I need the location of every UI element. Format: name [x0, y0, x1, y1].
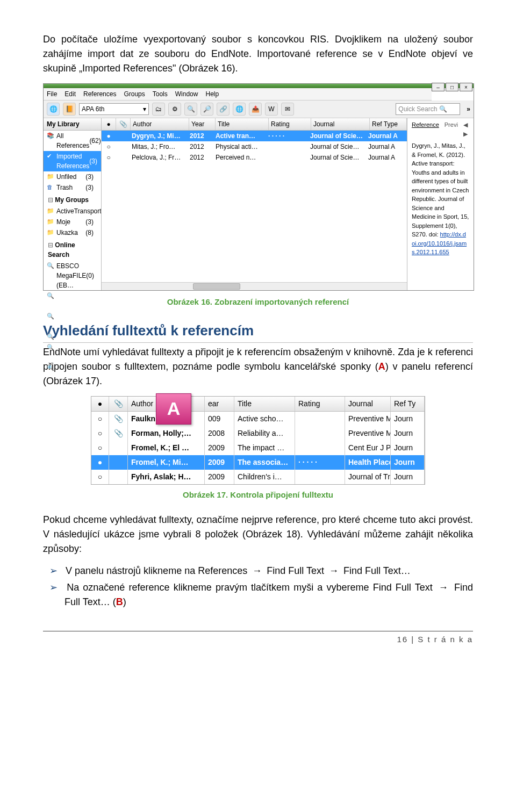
paragraph-3: Pokud chceme vyhledávat fulltexty, označ…	[43, 513, 473, 556]
preview-tab-preview[interactable]: Previ	[445, 120, 458, 138]
callout-a: A	[156, 393, 191, 425]
maximize-icon[interactable]: □	[446, 83, 458, 91]
col2-journal[interactable]: Journal	[345, 397, 391, 411]
menu-help[interactable]: Help	[205, 89, 219, 99]
globe-icon[interactable]: 🌐	[47, 103, 60, 116]
sidebar: My Library 📚All References(62)✔Imported …	[44, 118, 102, 290]
paragraph-2: EndNote umí vyhledávat fulltexty a připo…	[43, 345, 473, 389]
menu-tools[interactable]: Tools	[153, 89, 168, 99]
instruction-list: V panelu nástrojů klikneme na References…	[43, 564, 473, 609]
col2-reftype[interactable]: Ref Ty	[391, 397, 425, 411]
caption-17: Obrázek 17. Kontrola připojení fulltextu	[43, 489, 473, 501]
gear-icon[interactable]: ⚙	[168, 103, 181, 116]
col-author[interactable]: Author	[131, 118, 189, 130]
quick-search-placeholder: Quick Search	[398, 104, 437, 114]
preview-nav-icon[interactable]: ◀ ▶	[463, 120, 469, 138]
label-b-inline: B	[116, 597, 123, 607]
arrow-icon: →	[329, 564, 339, 578]
search-icon[interactable]: 🔍	[184, 103, 197, 116]
sidebar-group-online[interactable]: Online Search	[44, 238, 101, 261]
table-row[interactable]: ●Fromel, K.; Mi…2009The associa…· · · · …	[91, 455, 425, 470]
sidebar-item[interactable]: 📁ActiveTransport(48)	[44, 206, 101, 217]
online-icon[interactable]: 🌐	[233, 103, 246, 116]
col2-year[interactable]: ear	[205, 397, 234, 411]
search-go-icon: 🔍	[439, 104, 447, 114]
preview-citation-text: Dygryn, J., Mitas, J., & Fromel, K. (201…	[412, 141, 469, 257]
sidebar-header: My Library	[44, 118, 101, 131]
menu-groups[interactable]: Groups	[124, 89, 145, 99]
table-row[interactable]: ○Pelclova, J.; Fr…2012Perceived n…Journa…	[102, 152, 407, 163]
page-footer: 16 | S t r á n k a	[43, 631, 473, 646]
style-dropdown-value: APA 6th	[82, 104, 104, 114]
col-read[interactable]: ●	[102, 118, 116, 130]
col-rating[interactable]: Rating	[269, 118, 311, 130]
col-title[interactable]: Title	[216, 118, 269, 130]
paragraph-1: Do počítače uložíme vyexportovaný soubor…	[43, 32, 473, 76]
table-row[interactable]: ○Mitas, J.; Fro…2012Physical acti…Journa…	[102, 141, 407, 152]
sidebar-item[interactable]: 🗑Trash(3)	[44, 182, 101, 193]
card-icon[interactable]: 🗂	[152, 103, 165, 116]
caption-16: Obrázek 16. Zobrazení importovaných refe…	[43, 296, 473, 308]
sidebar-item[interactable]: 📁Moje(3)	[44, 217, 101, 227]
col2-title[interactable]: Title	[234, 397, 295, 411]
sidebar-item[interactable]: 🔍EBSCO MegaFILE (EB…(0)	[44, 261, 101, 290]
word-icon[interactable]: W	[265, 103, 278, 116]
col2-read[interactable]: ●	[91, 397, 109, 411]
horizontal-scrollbar[interactable]	[102, 282, 407, 290]
table-header: ● 📎 Author ear Title Rating Journal Ref …	[91, 397, 425, 412]
list-item-2: Na označené reference klikneme pravým tl…	[64, 580, 473, 609]
col-attach[interactable]: 📎	[116, 118, 131, 130]
list-item-1: V panelu nástrojů klikneme na References…	[64, 564, 473, 578]
minimize-icon[interactable]: –	[432, 83, 445, 91]
chevron-down-icon: ▾	[143, 104, 146, 114]
col2-rating[interactable]: Rating	[295, 397, 345, 411]
col-journal[interactable]: Journal	[311, 118, 370, 130]
style-dropdown[interactable]: APA 6th ▾	[79, 103, 149, 115]
export-icon[interactable]: 📤	[249, 103, 262, 116]
table-row[interactable]: ●Dygryn, J.; Mi…2012Active tran…· · · · …	[102, 131, 407, 141]
label-a-inline: A	[378, 361, 385, 372]
sidebar-item[interactable]: 📁Unfiled(3)	[44, 171, 101, 182]
col2-attach[interactable]: 📎	[109, 397, 128, 411]
reference-grid: ● 📎 Author Year Title Rating Journal Ref…	[102, 118, 407, 290]
menu-file[interactable]: File	[47, 89, 57, 99]
screenshot-endnote-window: – □ × File Edit References Groups Tools …	[43, 83, 474, 291]
section-heading: Vyhledání fulltextů k referencím	[43, 320, 473, 343]
screenshot-reference-table: A ● 📎 Author ear Title Rating Journal Re…	[91, 396, 425, 485]
toolbar: 🌐 📙 APA 6th ▾ 🗂 ⚙ 🔍 🔎 🔗 🌐 📤 W ✉ Quick Se…	[44, 100, 474, 118]
preview-tab-reference[interactable]: Reference	[412, 120, 439, 138]
quick-search-input[interactable]: Quick Search 🔍	[396, 103, 460, 115]
arrow-icon: →	[439, 580, 448, 595]
menu-window[interactable]: Window	[175, 89, 198, 99]
table-row[interactable]: ○📎Faulkn009Active scho…Preventive Medi…J…	[91, 412, 425, 426]
table-row[interactable]: ○Fyhri, Aslak; H…2009Children's i…Journa…	[91, 470, 425, 484]
table-row[interactable]: ○📎Forman, Holly;…2008Reliability a…Preve…	[91, 426, 425, 441]
link-icon[interactable]: 🔗	[217, 103, 230, 116]
mail-icon[interactable]: ✉	[281, 103, 294, 116]
book-icon[interactable]: 📙	[63, 103, 76, 116]
menu-bar: File Edit References Groups Tools Window…	[44, 88, 432, 100]
sidebar-item[interactable]: 📁Ukazka(8)	[44, 227, 101, 238]
sidebar-item[interactable]: ✔Imported References(3)	[44, 151, 101, 171]
col-reftype[interactable]: Ref Type	[370, 118, 407, 130]
close-icon[interactable]: ×	[460, 83, 472, 91]
menu-references[interactable]: References	[83, 89, 116, 99]
window-titlebar: – □ ×	[44, 84, 474, 88]
preview-pane: Reference Previ ◀ ▶ Dygryn, J., Mitas, J…	[407, 118, 474, 290]
sidebar-item[interactable]: 📚All References(62)	[44, 131, 101, 151]
grid-header: ● 📎 Author Year Title Rating Journal Ref…	[102, 118, 407, 131]
toolbar-overflow-icon[interactable]: »	[467, 104, 470, 114]
col-year[interactable]: Year	[189, 118, 216, 130]
fulltext-icon[interactable]: 🔎	[200, 103, 213, 116]
table-row[interactable]: ○Fromel, K.; El …2009The impact …Cent Eu…	[91, 441, 425, 455]
arrow-icon: →	[252, 564, 262, 578]
menu-edit[interactable]: Edit	[64, 89, 76, 99]
sidebar-group-mygroups[interactable]: My Groups	[44, 193, 101, 206]
